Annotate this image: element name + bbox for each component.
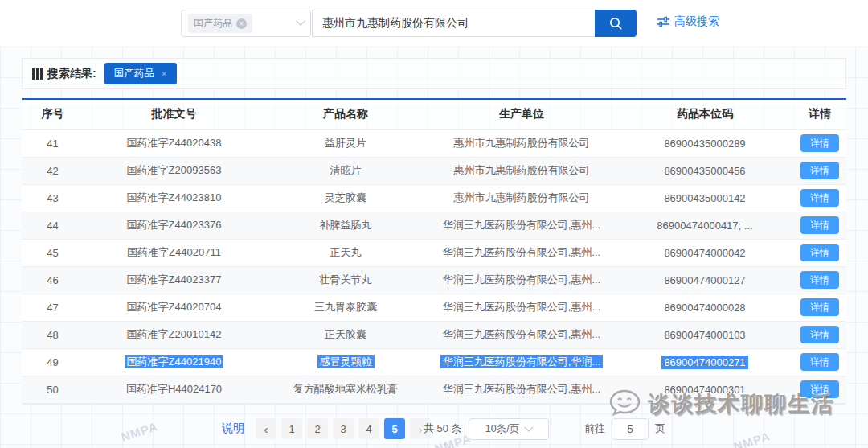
goto-label: 前往 — [584, 421, 605, 436]
cell-approval: 国药准字Z44020704 — [84, 294, 264, 321]
cell-no: 41 — [22, 129, 84, 157]
cell-code: 86900435000289 — [616, 129, 793, 157]
cell-approval: 国药准字Z44020438 — [84, 129, 264, 157]
cell-no: 42 — [22, 157, 84, 184]
cell-manufacturer: 华润三九医药股份有限公司,惠州... — [427, 321, 616, 348]
table-row: 47 国药准字Z44020704 三九胃泰胶囊 华润三九医药股份有限公司,惠州.… — [22, 294, 846, 321]
detail-button[interactable]: 详情 — [800, 353, 839, 371]
cell-approval: 国药准字Z44020711 — [84, 239, 264, 266]
detail-button[interactable]: 详情 — [800, 326, 839, 343]
cell-code: 86900474000271 — [616, 348, 793, 376]
detail-button[interactable]: 详情 — [800, 162, 839, 179]
cell-approval: 国药准字Z44023810 — [84, 184, 264, 212]
cell-code: 86900474000028 — [616, 294, 793, 321]
cell-approval: 国药准字Z20010142 — [84, 321, 264, 348]
page-button-1[interactable]: 1 — [281, 418, 302, 439]
detail-button[interactable]: 详情 — [800, 216, 839, 234]
category-tag-close-icon[interactable]: × — [236, 18, 247, 29]
results-label: 搜索结果: — [47, 67, 96, 81]
page-size-select[interactable]: 10条/页 — [469, 418, 549, 440]
page-button-5[interactable]: 5 — [384, 418, 405, 439]
detail-button[interactable]: 详情 — [800, 244, 839, 261]
grid-icon — [32, 68, 43, 80]
cell-product: 复方醋酸地塞米松乳膏 — [264, 376, 427, 403]
cell-approval: 国药准字Z44023376 — [84, 212, 264, 239]
page-buttons: ‹12345› — [256, 418, 431, 439]
cell-code: 86900435000456 — [616, 157, 793, 184]
cell-manufacturer: 华润三九医药股份有限公司,惠州... — [427, 239, 616, 266]
filter-sliders-icon — [657, 16, 669, 27]
table-row: 48 国药准字Z20010142 正天胶囊 华润三九医药股份有限公司,惠州...… — [22, 321, 846, 348]
goto-page-input[interactable] — [612, 418, 649, 440]
cell-manufacturer: 华润三九医药股份有限公司,华润... — [427, 348, 616, 376]
filter-tag-close-icon[interactable]: × — [162, 68, 167, 80]
chevron-down-icon — [296, 17, 305, 26]
col-header-no: 序号 — [22, 100, 84, 129]
cell-no: 49 — [22, 348, 84, 376]
cell-code: 86900474000417; ... — [616, 212, 793, 239]
cell-no: 46 — [22, 266, 84, 294]
page-button-4[interactable]: 4 — [358, 418, 379, 439]
cell-code: 86900474000103 — [616, 321, 793, 348]
cell-no: 43 — [22, 184, 84, 212]
cell-detail: 详情 — [793, 321, 846, 348]
cell-no: 47 — [22, 294, 84, 321]
table-row: 45 国药准字Z44020711 正天丸 华润三九医药股份有限公司,惠州... … — [22, 239, 846, 266]
col-header-approval: 批准文号 — [84, 100, 264, 129]
cell-detail: 详情 — [793, 266, 846, 294]
cell-product: 正天胶囊 — [264, 321, 427, 348]
cell-code: 86900474000301 — [616, 376, 793, 403]
cell-approval: 国药准字Z20093563 — [84, 157, 264, 184]
cell-product: 清眩片 — [264, 157, 427, 184]
results-header: 搜索结果: 国产药品 × — [22, 58, 846, 89]
total-count: 共 50 条 — [424, 421, 462, 436]
search-button[interactable] — [595, 10, 637, 37]
goto-suffix: 页 — [655, 421, 665, 436]
page-button-3[interactable]: 3 — [333, 418, 354, 439]
advanced-search-link[interactable]: 高级搜索 — [657, 14, 719, 29]
cell-detail: 详情 — [793, 239, 846, 266]
pagination-bar: 说明 ‹12345› 共 50 条 10条/页 前往 页 — [0, 416, 868, 442]
table-row: 41 国药准字Z44020438 益肝灵片 惠州市九惠制药股份有限公司 8690… — [22, 129, 846, 157]
cell-no: 50 — [22, 376, 84, 403]
cell-detail: 详情 — [793, 184, 846, 212]
table-row: 44 国药准字Z44023376 补脾益肠丸 华润三九医药股份有限公司,惠州..… — [22, 212, 846, 239]
cell-code: 86900474000042 — [616, 239, 793, 266]
cell-manufacturer: 惠州市九惠制药股份有限公司 — [427, 157, 616, 184]
advanced-search-label: 高级搜索 — [674, 14, 719, 29]
search-input[interactable] — [312, 10, 595, 37]
detail-button[interactable]: 详情 — [800, 134, 839, 152]
note-link[interactable]: 说明 — [222, 421, 244, 436]
cell-product: 感冒灵颗粒 — [264, 348, 427, 376]
detail-button[interactable]: 详情 — [800, 380, 839, 398]
cell-manufacturer: 华润三九医药股份有限公司,惠州... — [427, 294, 616, 321]
cell-code: 86900435000142 — [616, 184, 793, 212]
cell-manufacturer: 惠州市九惠制药股份有限公司 — [427, 184, 616, 212]
goto-page: 前往 页 — [584, 418, 665, 440]
page-size-label: 10条/页 — [485, 422, 519, 436]
cell-detail: 详情 — [793, 212, 846, 239]
cell-product: 灵芝胶囊 — [264, 184, 427, 212]
table-row: 49 国药准字Z44021940 感冒灵颗粒 华润三九医药股份有限公司,华润..… — [22, 348, 846, 376]
cell-detail: 详情 — [793, 348, 846, 376]
cell-product: 壮骨关节丸 — [264, 266, 427, 294]
cell-manufacturer: 华润三九医药股份有限公司,惠州... — [427, 376, 616, 403]
cell-manufacturer: 华润三九医药股份有限公司,惠州... — [427, 266, 616, 294]
table-header-row: 序号 批准文号 产品名称 生产单位 药品本位码 详情 — [22, 100, 846, 129]
col-header-manufacturer: 生产单位 — [427, 100, 616, 129]
cell-product: 益肝灵片 — [264, 129, 427, 157]
results-table: 序号 批准文号 产品名称 生产单位 药品本位码 详情 41 国药准字Z44020… — [22, 98, 846, 405]
table-row: 43 国药准字Z44023810 灵芝胶囊 惠州市九惠制药股份有限公司 8690… — [22, 184, 846, 212]
detail-button[interactable]: 详情 — [800, 189, 839, 207]
table-row: 46 国药准字Z44023377 壮骨关节丸 华润三九医药股份有限公司,惠州..… — [22, 266, 846, 294]
detail-button[interactable]: 详情 — [800, 271, 839, 289]
results-filter-tag[interactable]: 国产药品 × — [104, 63, 177, 84]
col-header-detail: 详情 — [793, 100, 846, 129]
prev-page-button[interactable]: ‹ — [256, 418, 276, 439]
detail-button[interactable]: 详情 — [800, 298, 839, 316]
cell-code: 86900474000127 — [616, 266, 793, 294]
cell-approval: 国药准字Z44023377 — [84, 266, 264, 294]
category-select[interactable]: 国产药品 × — [181, 10, 311, 37]
cell-product: 正天丸 — [264, 239, 427, 266]
page-button-2[interactable]: 2 — [307, 418, 328, 439]
